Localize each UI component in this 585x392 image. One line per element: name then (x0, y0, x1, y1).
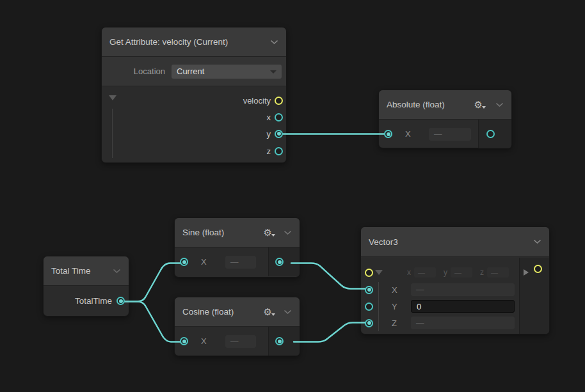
port-output[interactable] (275, 337, 284, 345)
port-vector3-input[interactable] (365, 269, 373, 277)
node-title: Absolute (float) (387, 100, 469, 109)
gear-icon[interactable]: ⚙ (264, 307, 272, 317)
output-row-y: y (267, 125, 284, 142)
field-z: — (411, 317, 515, 329)
mini-label-z: z (480, 268, 484, 277)
expander-line (112, 109, 113, 158)
node-header[interactable]: Total Time (44, 256, 129, 286)
node-body: TotalTime (44, 286, 129, 316)
edge-sine-to-vector3-x (291, 263, 369, 289)
expander-line (378, 282, 379, 331)
chevron-down-icon[interactable] (270, 40, 278, 45)
gear-icon[interactable]: ⚙ (474, 100, 483, 109)
field-y[interactable]: 0 (411, 300, 515, 313)
port-vector3-x[interactable] (365, 286, 373, 294)
node-get-attribute[interactable]: Get Attribute: velocity (Current) Locati… (101, 27, 287, 163)
location-dropdown[interactable]: Current (172, 65, 282, 79)
node-header[interactable]: Get Attribute: velocity (Current) (102, 27, 286, 57)
node-total-time[interactable]: Total Time TotalTime (43, 256, 129, 317)
node-graph-canvas[interactable]: Get Attribute: velocity (Current) Locati… (0, 0, 585, 392)
port-z[interactable] (275, 147, 283, 155)
output-column (519, 258, 549, 334)
port-label: y (267, 129, 271, 139)
input-field-x: — (225, 335, 256, 348)
input-field-x: — (429, 128, 471, 141)
output-row-x: x (267, 109, 284, 125)
row-label: Y (392, 302, 397, 311)
node-body: X — (175, 327, 300, 356)
port-vector3-z[interactable] (365, 319, 373, 327)
output-expander-icon[interactable] (524, 269, 529, 276)
port-input-x[interactable] (180, 337, 188, 345)
node-body: X — (379, 120, 511, 148)
location-dropdown-value: Current (177, 67, 204, 76)
space-expander-icon[interactable] (109, 95, 116, 100)
port-vector3-y[interactable] (365, 302, 373, 311)
chevron-down-icon[interactable] (284, 310, 292, 315)
port-input-x[interactable] (384, 130, 392, 138)
row-label: X (392, 285, 397, 295)
node-title: Total Time (51, 266, 108, 276)
port-output[interactable] (486, 130, 495, 138)
port-velocity[interactable] (275, 97, 283, 105)
input-label: X (201, 336, 207, 346)
mini-field-x: — (414, 267, 436, 278)
settings-row: Location Current (102, 57, 286, 86)
port-label: z (267, 146, 271, 156)
location-label: Location (134, 67, 165, 76)
port-label: x (267, 113, 271, 122)
input-label: X (405, 129, 411, 139)
port-label: TotalTime (75, 296, 112, 306)
port-totaltime[interactable] (116, 297, 125, 305)
port-input-x[interactable] (180, 258, 188, 266)
mini-field-y: — (451, 267, 472, 278)
port-output[interactable] (275, 258, 284, 266)
node-header[interactable]: Cosine (float) ⚙ (175, 297, 300, 327)
mini-label-x: x (407, 268, 411, 277)
node-cosine[interactable]: Cosine (float) ⚙ X — (174, 297, 300, 356)
node-body: X — (175, 247, 300, 276)
input-label: X (201, 257, 207, 267)
port-y[interactable] (275, 130, 283, 138)
chevron-down-icon[interactable] (284, 230, 292, 235)
field-x: — (411, 283, 515, 296)
port-label: velocity (243, 96, 271, 106)
node-vector3[interactable]: Vector3 x — y — z — X — Y 0 (360, 226, 550, 334)
port-x[interactable] (275, 113, 283, 122)
node-sine[interactable]: Sine (float) ⚙ X — (174, 217, 300, 278)
chevron-down-icon[interactable] (113, 269, 121, 274)
node-header[interactable]: Sine (float) ⚙ (175, 218, 300, 247)
node-title: Get Attribute: velocity (Current) (109, 37, 265, 47)
output-column (478, 120, 511, 148)
node-header[interactable]: Absolute (float) ⚙ (379, 90, 511, 120)
output-column (268, 327, 300, 356)
output-column (268, 247, 300, 276)
chevron-down-icon[interactable] (495, 102, 504, 107)
node-header[interactable]: Vector3 (361, 227, 549, 257)
edge-cosine-to-vector3-z (294, 323, 369, 342)
vector-expander-icon[interactable] (375, 270, 383, 275)
node-title: Vector3 (369, 237, 528, 247)
collapsed-vector-fields: x — y — z — (407, 267, 509, 278)
node-title: Cosine (float) (182, 307, 259, 317)
chevron-down-icon[interactable] (533, 239, 541, 244)
output-row-velocity: velocity (243, 92, 283, 109)
gear-icon[interactable]: ⚙ (264, 228, 272, 237)
node-absolute[interactable]: Absolute (float) ⚙ X — (378, 90, 512, 148)
port-vector3-output[interactable] (534, 265, 542, 273)
row-label: Z (392, 318, 397, 328)
node-title: Sine (float) (182, 228, 259, 237)
mini-label-y: y (444, 268, 447, 277)
output-row-z: z (267, 143, 284, 159)
input-field-x: — (225, 256, 256, 269)
mini-field-z: — (487, 267, 509, 278)
